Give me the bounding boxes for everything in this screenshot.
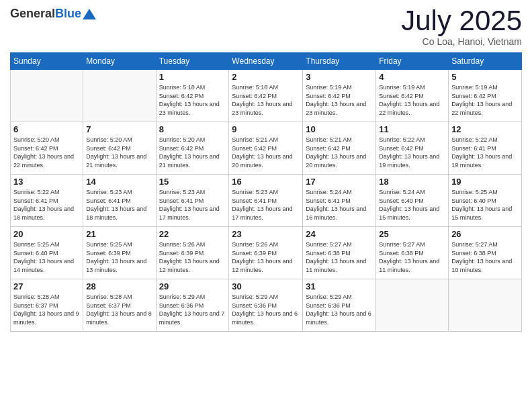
table-row: 5Sunrise: 5:19 AMSunset: 6:42 PMDaylight… <box>449 70 522 122</box>
logo-icon <box>83 9 96 19</box>
table-row: 4Sunrise: 5:19 AMSunset: 6:42 PMDaylight… <box>376 70 449 122</box>
day-number: 5 <box>451 72 519 82</box>
table-row: 22Sunrise: 5:26 AMSunset: 6:39 PMDayligh… <box>156 227 229 279</box>
table-row: 28Sunrise: 5:28 AMSunset: 6:37 PMDayligh… <box>83 279 156 332</box>
table-row: 18Sunrise: 5:24 AMSunset: 6:40 PMDayligh… <box>376 175 449 227</box>
table-row: 24Sunrise: 5:27 AMSunset: 6:38 PMDayligh… <box>303 227 376 279</box>
day-number: 7 <box>86 124 152 134</box>
day-number: 25 <box>379 229 445 239</box>
day-info: Sunrise: 5:26 AMSunset: 6:39 PMDaylight:… <box>159 240 226 274</box>
day-info: Sunrise: 5:29 AMSunset: 6:36 PMDaylight:… <box>306 293 373 326</box>
day-info: Sunrise: 5:19 AMSunset: 6:42 PMDaylight:… <box>379 83 445 117</box>
table-row: 8Sunrise: 5:20 AMSunset: 6:42 PMDaylight… <box>156 122 229 175</box>
calendar-week-row: 1Sunrise: 5:18 AMSunset: 6:42 PMDaylight… <box>11 70 522 122</box>
day-number: 3 <box>306 72 373 82</box>
day-number: 1 <box>159 72 226 82</box>
table-row: 20Sunrise: 5:25 AMSunset: 6:40 PMDayligh… <box>11 227 83 279</box>
table-row <box>83 70 156 122</box>
day-number: 9 <box>232 124 300 134</box>
table-row <box>376 279 449 332</box>
logo-general: GeneralBlue <box>10 7 81 21</box>
calendar-week-row: 27Sunrise: 5:28 AMSunset: 6:37 PMDayligh… <box>11 279 522 332</box>
table-row: 26Sunrise: 5:27 AMSunset: 6:38 PMDayligh… <box>449 227 522 279</box>
table-row: 2Sunrise: 5:18 AMSunset: 6:42 PMDaylight… <box>229 70 303 122</box>
location-subtitle: Co Loa, Hanoi, Vietnam <box>401 36 522 47</box>
day-info: Sunrise: 5:20 AMSunset: 6:42 PMDaylight:… <box>159 136 226 169</box>
table-row: 12Sunrise: 5:22 AMSunset: 6:41 PMDayligh… <box>449 122 522 175</box>
day-number: 27 <box>13 281 80 291</box>
day-number: 17 <box>306 177 373 187</box>
day-info: Sunrise: 5:23 AMSunset: 6:41 PMDaylight:… <box>159 188 226 222</box>
table-row: 6Sunrise: 5:20 AMSunset: 6:42 PMDaylight… <box>11 122 83 175</box>
day-number: 14 <box>86 177 152 187</box>
day-info: Sunrise: 5:28 AMSunset: 6:37 PMDaylight:… <box>13 293 80 326</box>
col-wednesday: Wednesday <box>229 53 303 70</box>
day-number: 21 <box>86 229 152 239</box>
day-info: Sunrise: 5:19 AMSunset: 6:42 PMDaylight:… <box>306 83 373 117</box>
day-number: 2 <box>232 72 300 82</box>
day-info: Sunrise: 5:24 AMSunset: 6:41 PMDaylight:… <box>306 188 373 222</box>
day-info: Sunrise: 5:28 AMSunset: 6:37 PMDaylight:… <box>86 293 152 326</box>
col-tuesday: Tuesday <box>156 53 229 70</box>
day-info: Sunrise: 5:27 AMSunset: 6:38 PMDaylight:… <box>306 240 373 274</box>
col-friday: Friday <box>376 53 449 70</box>
day-number: 23 <box>232 229 300 239</box>
day-info: Sunrise: 5:19 AMSunset: 6:42 PMDaylight:… <box>451 83 519 117</box>
day-info: Sunrise: 5:27 AMSunset: 6:38 PMDaylight:… <box>451 240 519 274</box>
day-number: 19 <box>451 177 519 187</box>
day-info: Sunrise: 5:18 AMSunset: 6:42 PMDaylight:… <box>232 83 300 117</box>
day-info: Sunrise: 5:26 AMSunset: 6:39 PMDaylight:… <box>232 240 300 274</box>
table-row: 16Sunrise: 5:23 AMSunset: 6:41 PMDayligh… <box>229 175 303 227</box>
day-info: Sunrise: 5:20 AMSunset: 6:42 PMDaylight:… <box>13 136 80 169</box>
table-row: 7Sunrise: 5:20 AMSunset: 6:42 PMDaylight… <box>83 122 156 175</box>
day-number: 18 <box>379 177 445 187</box>
table-row: 31Sunrise: 5:29 AMSunset: 6:36 PMDayligh… <box>303 279 376 332</box>
day-number: 28 <box>86 281 152 291</box>
col-monday: Monday <box>83 53 156 70</box>
table-row: 1Sunrise: 5:18 AMSunset: 6:42 PMDaylight… <box>156 70 229 122</box>
day-number: 29 <box>159 281 226 291</box>
day-info: Sunrise: 5:23 AMSunset: 6:41 PMDaylight:… <box>86 188 152 222</box>
table-row: 17Sunrise: 5:24 AMSunset: 6:41 PMDayligh… <box>303 175 376 227</box>
header: GeneralBlue July 2025 Co Loa, Hanoi, Vie… <box>10 7 522 47</box>
day-number: 31 <box>306 281 373 291</box>
day-info: Sunrise: 5:24 AMSunset: 6:40 PMDaylight:… <box>379 188 445 222</box>
table-row <box>11 70 83 122</box>
col-sunday: Sunday <box>11 53 83 70</box>
table-row: 10Sunrise: 5:21 AMSunset: 6:42 PMDayligh… <box>303 122 376 175</box>
day-info: Sunrise: 5:20 AMSunset: 6:42 PMDaylight:… <box>86 136 152 169</box>
page: GeneralBlue July 2025 Co Loa, Hanoi, Vie… <box>0 0 532 411</box>
table-row: 25Sunrise: 5:27 AMSunset: 6:38 PMDayligh… <box>376 227 449 279</box>
table-row: 30Sunrise: 5:29 AMSunset: 6:36 PMDayligh… <box>229 279 303 332</box>
table-row: 27Sunrise: 5:28 AMSunset: 6:37 PMDayligh… <box>11 279 83 332</box>
day-number: 22 <box>159 229 226 239</box>
table-row: 14Sunrise: 5:23 AMSunset: 6:41 PMDayligh… <box>83 175 156 227</box>
day-info: Sunrise: 5:21 AMSunset: 6:42 PMDaylight:… <box>232 136 300 169</box>
day-info: Sunrise: 5:22 AMSunset: 6:41 PMDaylight:… <box>13 188 80 222</box>
day-number: 8 <box>159 124 226 134</box>
table-row: 21Sunrise: 5:25 AMSunset: 6:39 PMDayligh… <box>83 227 156 279</box>
table-row: 19Sunrise: 5:25 AMSunset: 6:40 PMDayligh… <box>449 175 522 227</box>
table-row: 3Sunrise: 5:19 AMSunset: 6:42 PMDaylight… <box>303 70 376 122</box>
table-row <box>449 279 522 332</box>
day-info: Sunrise: 5:25 AMSunset: 6:40 PMDaylight:… <box>451 188 519 222</box>
col-thursday: Thursday <box>303 53 376 70</box>
table-row: 9Sunrise: 5:21 AMSunset: 6:42 PMDaylight… <box>229 122 303 175</box>
table-row: 13Sunrise: 5:22 AMSunset: 6:41 PMDayligh… <box>11 175 83 227</box>
day-info: Sunrise: 5:27 AMSunset: 6:38 PMDaylight:… <box>379 240 445 274</box>
table-row: 23Sunrise: 5:26 AMSunset: 6:39 PMDayligh… <box>229 227 303 279</box>
day-info: Sunrise: 5:22 AMSunset: 6:42 PMDaylight:… <box>379 136 445 169</box>
day-number: 10 <box>306 124 373 134</box>
table-row: 15Sunrise: 5:23 AMSunset: 6:41 PMDayligh… <box>156 175 229 227</box>
day-info: Sunrise: 5:22 AMSunset: 6:41 PMDaylight:… <box>451 136 519 169</box>
day-info: Sunrise: 5:25 AMSunset: 6:40 PMDaylight:… <box>13 240 80 274</box>
month-title: July 2025 <box>401 7 522 35</box>
day-info: Sunrise: 5:21 AMSunset: 6:42 PMDaylight:… <box>306 136 373 169</box>
day-number: 26 <box>451 229 519 239</box>
calendar-week-row: 20Sunrise: 5:25 AMSunset: 6:40 PMDayligh… <box>11 227 522 279</box>
day-number: 15 <box>159 177 226 187</box>
day-info: Sunrise: 5:29 AMSunset: 6:36 PMDaylight:… <box>159 293 226 326</box>
day-info: Sunrise: 5:23 AMSunset: 6:41 PMDaylight:… <box>232 188 300 222</box>
calendar-week-row: 13Sunrise: 5:22 AMSunset: 6:41 PMDayligh… <box>11 175 522 227</box>
col-saturday: Saturday <box>449 53 522 70</box>
